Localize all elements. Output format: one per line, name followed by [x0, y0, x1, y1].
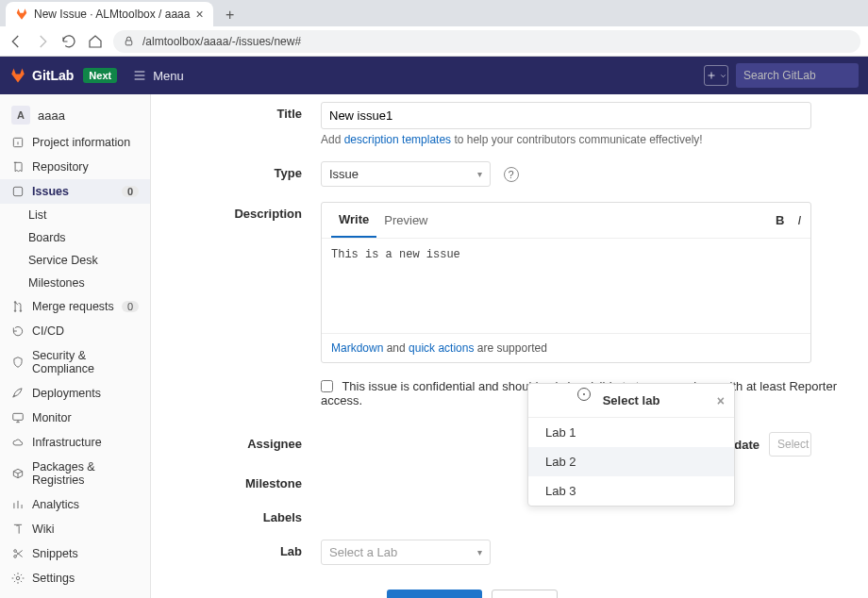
forward-button[interactable] [34, 33, 51, 50]
hint-text: to help your contributors communicate ef… [451, 133, 703, 146]
browser-tab-title: New Issue · ALMtoolbox / aaaa [34, 8, 190, 21]
lab-label: Lab [170, 540, 321, 558]
milestone-label: Milestone [170, 472, 321, 490]
home-button[interactable] [87, 33, 104, 50]
sidebar-sub-service-desk[interactable]: Service Desk [0, 249, 150, 272]
monitor-icon [11, 411, 25, 424]
sidebar-item-snippets[interactable]: Snippets [0, 541, 150, 566]
dropdown-item-lab3[interactable]: Lab 3 [528, 476, 734, 506]
menu-button[interactable]: Menu [132, 68, 184, 83]
project-sidebar: A aaaa Project information Repository Is… [0, 94, 151, 598]
browser-tab-strip: New Issue · ALMtoolbox / aaaa × + [0, 0, 868, 26]
svg-point-8 [14, 556, 17, 558]
project-name: aaaa [38, 108, 65, 123]
help-icon[interactable]: ? [504, 167, 519, 182]
sidebar-item-deployments[interactable]: Deployments [0, 381, 150, 406]
sidebar-item-analytics[interactable]: Analytics [0, 492, 150, 517]
sidebar-item-settings[interactable]: Settings [0, 566, 150, 590]
shield-icon [11, 356, 25, 369]
close-tab-icon[interactable]: × [195, 7, 203, 22]
sidebar-item-cicd[interactable]: CI/CD [0, 319, 150, 343]
chart-icon [11, 498, 25, 511]
sidebar-item-label: Infrastructure [32, 436, 102, 449]
quick-actions-link[interactable]: quick actions [409, 341, 474, 355]
search-input[interactable] [743, 69, 851, 82]
title-input[interactable] [321, 102, 811, 129]
browser-tab[interactable]: New Issue · ALMtoolbox / aaaa × [6, 2, 213, 26]
sidebar-item-issues[interactable]: Issues 0 [0, 179, 150, 204]
svg-rect-0 [125, 41, 132, 45]
back-button[interactable] [8, 33, 25, 50]
repository-icon [11, 160, 25, 174]
global-search[interactable] [736, 63, 859, 88]
bold-button[interactable]: B [776, 213, 784, 227]
create-issue-button[interactable]: Create issue [387, 590, 482, 598]
plus-icon [706, 70, 717, 81]
sidebar-item-label: Monitor [32, 411, 72, 424]
description-templates-link[interactable]: description templates [344, 133, 451, 146]
new-dropdown[interactable] [704, 65, 728, 86]
sidebar-item-label: Wiki [32, 523, 55, 536]
info-icon [11, 136, 25, 149]
sidebar-item-label: Snippets [32, 547, 78, 560]
sidebar-item-label: Security & Compliance [32, 349, 139, 375]
sidebar-item-merge-requests[interactable]: Merge requests 0 [0, 294, 150, 319]
gear-icon [11, 572, 25, 585]
merge-request-icon [11, 300, 25, 313]
sidebar-item-repository[interactable]: Repository [0, 155, 150, 179]
rocket-icon [11, 387, 25, 400]
italic-button[interactable]: I [797, 213, 801, 227]
close-icon[interactable]: × [717, 393, 725, 408]
book-icon [11, 523, 25, 536]
issues-count-badge: 0 [122, 186, 139, 197]
sidebar-item-infrastructure[interactable]: Infrastructure [0, 430, 150, 455]
cancel-button[interactable]: Cancel [492, 590, 558, 598]
svg-rect-6 [13, 413, 24, 420]
url-text: /almtoolbox/aaaa/-/issues/new# [142, 35, 301, 48]
description-label: Description [170, 202, 321, 221]
sidebar-item-project-information[interactable]: Project information [0, 130, 150, 155]
sidebar-item-monitor[interactable]: Monitor [0, 406, 150, 430]
assignee-label: Assignee [170, 432, 321, 451]
write-tab[interactable]: Write [331, 203, 376, 238]
gitlab-logo[interactable]: GitLab [9, 67, 74, 84]
hamburger-icon [132, 68, 147, 83]
sidebar-sub-list[interactable]: List [0, 204, 150, 226]
browser-toolbar: /almtoolbox/aaaa/-/issues/new# [0, 26, 868, 57]
sidebar-sub-label: Milestones [28, 276, 85, 290]
gitlab-favicon-icon [15, 8, 28, 21]
new-tab-button[interactable]: + [219, 4, 242, 26]
sidebar-item-wiki[interactable]: Wiki [0, 517, 150, 541]
sidebar-item-label: Deployments [32, 387, 101, 400]
sidebar-project-header[interactable]: A aaaa [0, 100, 150, 130]
due-date-input[interactable]: Select du [769, 432, 811, 457]
sidebar-sub-boards[interactable]: Boards [0, 226, 150, 249]
gitlab-logo-icon [9, 67, 26, 84]
confidential-checkbox[interactable] [321, 380, 333, 392]
description-textarea[interactable]: This is a new issue [322, 239, 810, 333]
reload-button[interactable] [60, 33, 77, 50]
sidebar-sub-milestones[interactable]: Milestones [0, 272, 150, 294]
dropdown-item-label: Lab 2 [545, 455, 576, 469]
preview-tab[interactable]: Preview [376, 204, 435, 237]
address-bar[interactable]: /almtoolbox/aaaa/-/issues/new# [113, 30, 860, 53]
markdown-link[interactable]: Markdown [331, 341, 383, 355]
dropdown-item-lab2[interactable]: Lab 2 [528, 447, 734, 476]
lab-dropdown[interactable]: Select a Lab ▾ [321, 540, 491, 565]
chevron-down-icon: ▾ [477, 169, 482, 179]
sidebar-item-packages[interactable]: Packages & Registries [0, 455, 150, 492]
sidebar-item-security[interactable]: Security & Compliance [0, 343, 150, 381]
type-dropdown[interactable]: Issue ▾ [321, 161, 491, 187]
footer-text: and [383, 341, 409, 355]
dropdown-item-lab1[interactable]: Lab 1 [528, 418, 734, 447]
menu-label: Menu [153, 69, 184, 83]
lock-icon [123, 35, 135, 47]
editor-footer: Markdown and quick actions are supported [322, 333, 810, 362]
sidebar-item-label: Packages & Registries [32, 460, 139, 487]
sidebar-item-label: Repository [32, 160, 89, 174]
svg-point-7 [14, 550, 17, 553]
gitlab-topnav: GitLab Next Menu [0, 57, 868, 94]
gitlab-brand-text: GitLab [32, 68, 74, 83]
next-badge: Next [83, 68, 117, 83]
scissors-icon [11, 547, 25, 560]
